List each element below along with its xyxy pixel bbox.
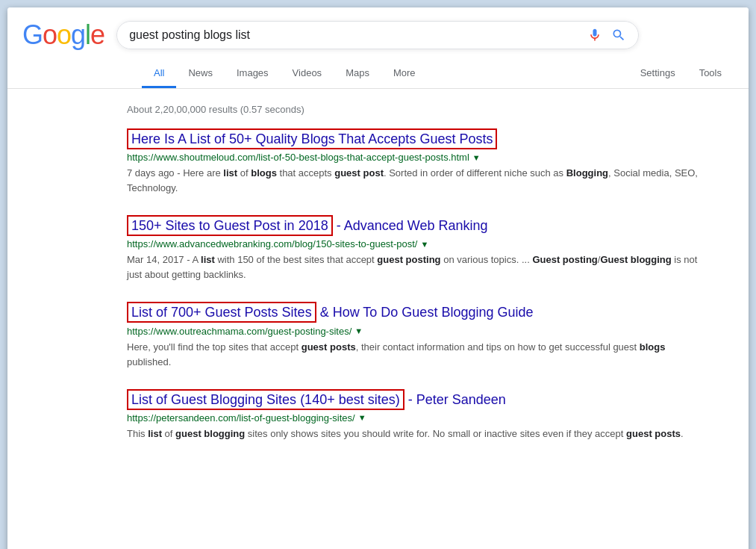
result-stats: About 2,20,00,000 results (0.57 seconds) [127, 101, 724, 115]
tab-images[interactable]: Images [225, 60, 281, 88]
nav-right: Settings Tools [628, 60, 734, 88]
microphone-icon[interactable] [587, 28, 602, 43]
result-title-suffix: & How To Do Guest Blogging Guide [316, 305, 534, 320]
result-url: https://www.advancedwebranking.com/blog/… [127, 238, 417, 249]
header: Google All News Images Vid [7, 7, 749, 89]
tab-news[interactable]: News [176, 60, 225, 88]
result-title-suffix: - Advanced Web Ranking [333, 218, 488, 233]
tab-tools[interactable]: Tools [687, 60, 734, 88]
tab-maps[interactable]: Maps [334, 60, 381, 88]
result-snippet: This list of guest blogging sites only s… [127, 427, 709, 441]
result-url: https://petersandeen.com/list-of-guest-b… [127, 412, 355, 424]
result-title-link[interactable]: List of 700+ Guest Posts Sites [127, 302, 316, 323]
main-content: About 2,20,00,000 results (0.57 seconds)… [7, 89, 724, 474]
search-result: List of Guest Blogging Sites (140+ best … [127, 391, 709, 441]
result-url-arrow[interactable]: ▼ [420, 240, 428, 249]
result-title-link[interactable]: List of Guest Blogging Sites (140+ best … [127, 389, 404, 410]
result-title-suffix: - Peter Sandeen [404, 392, 506, 407]
search-bar[interactable] [116, 21, 639, 49]
tab-settings[interactable]: Settings [628, 60, 687, 88]
result-title-row: Here Is A List of 50+ Quality Blogs That… [127, 130, 709, 149]
result-title-row: List of 700+ Guest Posts Sites & How To … [127, 303, 709, 322]
google-logo: Google [22, 19, 104, 51]
result-title-row: 150+ Sites to Guest Post in 2018 - Advan… [127, 217, 709, 235]
tab-more[interactable]: More [381, 60, 428, 88]
result-url-row: https://www.outreachmama.com/guest-posti… [127, 326, 709, 337]
result-url-row: https://www.advancedwebranking.com/blog/… [127, 238, 709, 249]
search-icon[interactable] [611, 28, 626, 43]
header-top: Google [22, 19, 734, 51]
result-url-arrow[interactable]: ▼ [472, 153, 481, 162]
tab-videos[interactable]: Videos [281, 60, 334, 88]
result-snippet: 7 days ago - Here are list of blogs that… [127, 166, 709, 196]
search-input[interactable] [129, 28, 587, 42]
result-url-row: https://www.shoutmeloud.com/list-of-50-b… [127, 152, 709, 163]
result-url-arrow[interactable]: ▼ [354, 326, 363, 335]
result-snippet: Here, you'll find the top sites that acc… [127, 340, 709, 370]
nav-tabs: All News Images Videos Maps More Setting… [22, 60, 734, 88]
search-icons [587, 28, 626, 43]
result-url-row: https://petersandeen.com/list-of-guest-b… [127, 412, 709, 424]
result-title-row: List of Guest Blogging Sites (140+ best … [127, 391, 709, 409]
result-url: https://www.outreachmama.com/guest-posti… [127, 326, 352, 337]
search-result: Here Is A List of 50+ Quality Blogs That… [127, 130, 709, 196]
search-result: 150+ Sites to Guest Post in 2018 - Advan… [127, 217, 709, 282]
result-url-arrow[interactable]: ▼ [358, 413, 366, 422]
result-snippet: Mar 14, 2017 - A list with 150 of the be… [127, 252, 709, 282]
search-result: List of 700+ Guest Posts Sites & How To … [127, 303, 709, 369]
result-title-link[interactable]: 150+ Sites to Guest Post in 2018 [127, 215, 333, 236]
result-url: https://www.shoutmeloud.com/list-of-50-b… [127, 152, 469, 163]
tab-all[interactable]: All [142, 60, 176, 88]
browser-frame: Google All News Images Vid [7, 7, 749, 549]
result-title-link[interactable]: Here Is A List of 50+ Quality Blogs That… [127, 128, 497, 149]
